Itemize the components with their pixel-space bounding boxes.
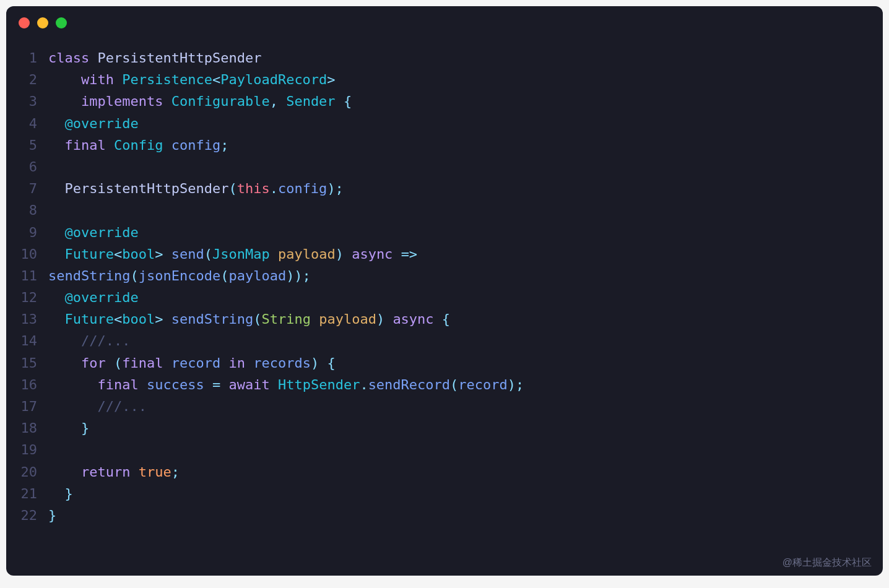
code-content[interactable]: ///...: [48, 330, 130, 352]
code-line[interactable]: 1class PersistentHttpSender: [19, 47, 870, 69]
watermark-text: @稀土掘金技术社区: [783, 556, 872, 569]
line-number: 20: [19, 461, 48, 483]
code-line[interactable]: 17 ///...: [19, 396, 870, 417]
line-number: 17: [19, 396, 48, 417]
code-line[interactable]: 21 }: [19, 483, 870, 504]
minimize-icon[interactable]: [37, 17, 48, 28]
code-content[interactable]: ///...: [48, 396, 147, 417]
line-number: 4: [19, 113, 48, 134]
code-content[interactable]: PersistentHttpSender(this.config);: [48, 178, 344, 199]
line-number: 2: [19, 69, 48, 90]
code-content[interactable]: @override: [48, 287, 139, 308]
line-number: 22: [19, 504, 48, 526]
close-icon[interactable]: [19, 17, 30, 28]
code-line[interactable]: 5 final Config config;: [19, 134, 870, 156]
code-line[interactable]: 18 }: [19, 417, 870, 439]
code-content[interactable]: implements Configurable, Sender {: [48, 90, 352, 112]
code-content[interactable]: with Persistence<PayloadRecord>: [48, 69, 336, 90]
code-content[interactable]: for (final record in records) {: [48, 352, 336, 374]
line-number: 3: [19, 90, 48, 112]
code-content[interactable]: sendString(jsonEncode(payload));: [48, 265, 311, 287]
code-content[interactable]: @override: [48, 222, 139, 243]
code-content[interactable]: return true;: [48, 461, 180, 483]
code-line[interactable]: 20 return true;: [19, 461, 870, 483]
line-number: 9: [19, 222, 48, 243]
code-line[interactable]: 8: [19, 199, 870, 221]
code-content[interactable]: }: [48, 483, 73, 504]
code-content[interactable]: final Config config;: [48, 134, 228, 156]
code-line[interactable]: 2 with Persistence<PayloadRecord>: [19, 69, 870, 90]
code-content[interactable]: }: [48, 417, 89, 439]
code-line[interactable]: 22}: [19, 504, 870, 526]
line-number: 12: [19, 287, 48, 308]
code-line[interactable]: 14 ///...: [19, 330, 870, 352]
code-line[interactable]: 13 Future<bool> sendString(String payloa…: [19, 308, 870, 330]
line-number: 8: [19, 199, 48, 221]
code-content[interactable]: Future<bool> send(JsonMap payload) async…: [48, 243, 417, 265]
line-number: 5: [19, 134, 48, 156]
code-line[interactable]: 7 PersistentHttpSender(this.config);: [19, 178, 870, 199]
code-line[interactable]: 12 @override: [19, 287, 870, 308]
code-line[interactable]: 3 implements Configurable, Sender {: [19, 90, 870, 112]
code-content[interactable]: }: [48, 504, 56, 526]
code-content[interactable]: @override: [48, 113, 139, 134]
line-number: 7: [19, 178, 48, 199]
line-number: 15: [19, 352, 48, 374]
code-line[interactable]: 19: [19, 439, 870, 460]
line-number: 14: [19, 330, 48, 352]
code-line[interactable]: 6: [19, 156, 870, 178]
code-content[interactable]: final success = await HttpSender.sendRec…: [48, 374, 524, 396]
window-titlebar: [6, 6, 883, 35]
code-content[interactable]: class PersistentHttpSender: [48, 47, 261, 69]
line-number: 10: [19, 243, 48, 265]
code-line[interactable]: 11sendString(jsonEncode(payload));: [19, 265, 870, 287]
line-number: 18: [19, 417, 48, 439]
code-line[interactable]: 9 @override: [19, 222, 870, 243]
code-line[interactable]: 4 @override: [19, 113, 870, 134]
line-number: 16: [19, 374, 48, 396]
line-number: 1: [19, 47, 48, 69]
code-window: 1class PersistentHttpSender2 with Persis…: [6, 6, 883, 576]
maximize-icon[interactable]: [56, 17, 67, 28]
code-line[interactable]: 15 for (final record in records) {: [19, 352, 870, 374]
line-number: 13: [19, 308, 48, 330]
code-line[interactable]: 10 Future<bool> send(JsonMap payload) as…: [19, 243, 870, 265]
line-number: 11: [19, 265, 48, 287]
code-content[interactable]: Future<bool> sendString(String payload) …: [48, 308, 450, 330]
line-number: 19: [19, 439, 48, 460]
code-editor[interactable]: 1class PersistentHttpSender2 with Persis…: [6, 35, 883, 538]
line-number: 21: [19, 483, 48, 504]
line-number: 6: [19, 156, 48, 178]
code-line[interactable]: 16 final success = await HttpSender.send…: [19, 374, 870, 396]
